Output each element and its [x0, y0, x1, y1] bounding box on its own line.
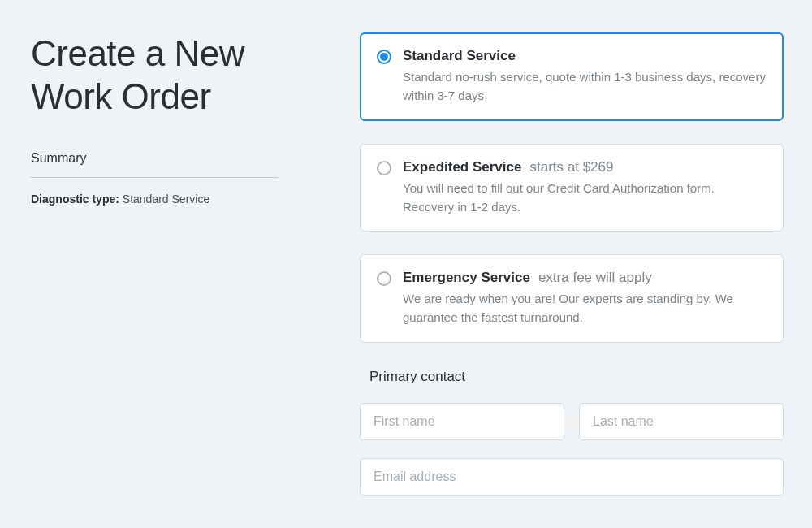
summary-diagnostic-row: Diagnostic type: Standard Service — [31, 193, 279, 206]
service-title: Emergency Service — [403, 270, 530, 286]
page-title: Create a New Work Order — [31, 32, 279, 119]
last-name-field[interactable] — [579, 403, 784, 440]
service-description: We are ready when you are! Our experts a… — [403, 289, 767, 327]
service-subtitle: extra fee will apply — [538, 270, 652, 286]
radio-icon[interactable] — [377, 161, 391, 175]
summary-diagnostic-label: Diagnostic type: — [31, 193, 119, 206]
primary-contact-heading: Primary contact — [369, 369, 784, 385]
service-description: You will need to fill out our Credit Car… — [403, 179, 767, 217]
service-title: Standard Service — [403, 48, 516, 64]
first-name-field[interactable] — [360, 403, 564, 440]
email-field[interactable] — [360, 458, 784, 496]
service-description: Standard no-rush service, quote within 1… — [403, 67, 767, 106]
radio-icon[interactable] — [377, 50, 391, 64]
service-option-expedited[interactable]: Expedited Service starts at $269 You wil… — [360, 144, 784, 232]
service-subtitle: starts at $269 — [529, 159, 613, 175]
service-option-standard[interactable]: Standard Service Standard no-rush servic… — [360, 32, 784, 121]
summary-diagnostic-value: Standard Service — [123, 193, 209, 206]
radio-icon[interactable] — [377, 271, 391, 286]
service-title: Expedited Service — [403, 159, 521, 175]
summary-heading: Summary — [31, 151, 279, 178]
service-option-emergency[interactable]: Emergency Service extra fee will apply W… — [360, 254, 784, 343]
